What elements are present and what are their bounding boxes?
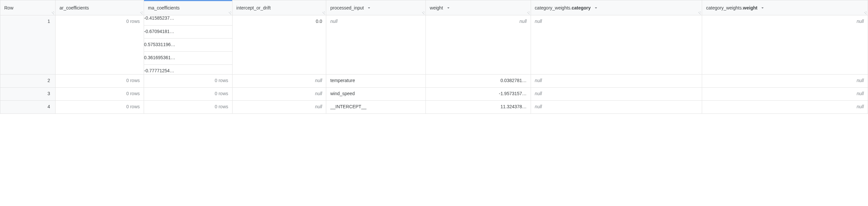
col-header-label: Row — [4, 5, 13, 10]
cell-ma[interactable]: -0.41585237… -0.67094181… 0.575331196… 0… — [144, 16, 232, 75]
cell-ar[interactable]: 0 rows — [56, 101, 144, 114]
cell-intercept[interactable]: 0.0 — [232, 16, 326, 75]
col-header-label: category_weights.category — [535, 5, 591, 10]
chevron-down-icon[interactable] — [593, 5, 598, 10]
cell-weight[interactable]: -1.9573157… — [426, 88, 531, 101]
ma-values-list: -0.41585237… -0.67094181… 0.575331196… 0… — [144, 16, 232, 75]
cell-intercept[interactable]: null — [232, 88, 326, 101]
ma-value: 0.361695361… — [144, 51, 232, 64]
col-header-label: ma_coefficients — [148, 5, 180, 10]
cell-weight[interactable]: 11.324378… — [426, 101, 531, 114]
col-header-label: category_weights.weight — [706, 5, 757, 10]
col-header-label: processed_input — [330, 5, 364, 10]
col-header-label: intercept_or_drift — [237, 5, 271, 10]
col-header-intercept-or-drift[interactable]: intercept_or_drift — [232, 0, 326, 16]
cell-cat-weight[interactable]: null — [702, 75, 868, 88]
chevron-down-icon[interactable] — [760, 5, 765, 10]
cell-cat-category[interactable]: null — [531, 88, 702, 101]
cell-row-number: 2 — [0, 75, 56, 88]
ma-value: 0.575331196… — [144, 38, 232, 51]
results-table-wrapper: Row ar_coefficients ma_coefficients inte… — [0, 0, 868, 114]
cell-processed-input[interactable]: temperature — [326, 75, 426, 88]
ma-value: -0.41585237… — [144, 16, 232, 26]
cell-ma[interactable]: 0 rows — [144, 88, 232, 101]
cell-ma[interactable]: 0 rows — [144, 75, 232, 88]
ma-value: -0.67094181… — [144, 25, 232, 38]
chevron-down-icon[interactable] — [366, 5, 372, 10]
table-row: 4 0 rows 0 rows null __INTERCEPT__ 11.32… — [0, 101, 868, 114]
cell-cat-category[interactable]: null — [531, 101, 702, 114]
col-header-weight[interactable]: weight — [426, 0, 531, 16]
header-row: Row ar_coefficients ma_coefficients inte… — [0, 0, 868, 16]
table-row: 2 0 rows 0 rows null temperature 0.03827… — [0, 75, 868, 88]
cell-cat-weight[interactable]: null — [702, 88, 868, 101]
cell-ar[interactable]: 0 rows — [56, 88, 144, 101]
cell-intercept[interactable]: null — [232, 75, 326, 88]
cell-intercept[interactable]: null — [232, 101, 326, 114]
cell-processed-input[interactable]: null — [326, 16, 426, 75]
table-row: 1 0 rows -0.41585237… -0.67094181… 0.575… — [0, 16, 868, 75]
cell-cat-category[interactable]: null — [531, 75, 702, 88]
col-header-category-weights-weight[interactable]: category_weights.weight — [702, 0, 868, 16]
cell-row-number: 4 — [0, 101, 56, 114]
cell-ar[interactable]: 0 rows — [56, 16, 144, 75]
ma-value: -0.77771254… — [144, 64, 232, 75]
cell-ar[interactable]: 0 rows — [56, 75, 144, 88]
chevron-down-icon[interactable] — [446, 5, 451, 10]
cell-processed-input[interactable]: wind_speed — [326, 88, 426, 101]
cell-weight[interactable]: 0.0382781… — [426, 75, 531, 88]
cell-cat-weight[interactable]: null — [702, 16, 868, 75]
table-body: 1 0 rows -0.41585237… -0.67094181… 0.575… — [0, 16, 868, 114]
col-header-ma-coefficients[interactable]: ma_coefficients — [144, 0, 232, 16]
cell-row-number: 1 — [0, 16, 56, 75]
results-table: Row ar_coefficients ma_coefficients inte… — [0, 0, 868, 114]
cell-row-number: 3 — [0, 88, 56, 101]
cell-cat-weight[interactable]: null — [702, 101, 868, 114]
table-row: 3 0 rows 0 rows null wind_speed -1.95731… — [0, 88, 868, 101]
col-header-row[interactable]: Row — [0, 0, 56, 16]
cell-cat-category[interactable]: null — [531, 16, 702, 75]
col-header-label: ar_coefficients — [59, 5, 89, 10]
cell-ma[interactable]: 0 rows — [144, 101, 232, 114]
col-header-processed-input[interactable]: processed_input — [326, 0, 426, 16]
col-header-ar-coefficients[interactable]: ar_coefficients — [56, 0, 144, 16]
cell-processed-input[interactable]: __INTERCEPT__ — [326, 101, 426, 114]
cell-weight[interactable]: null — [426, 16, 531, 75]
col-header-label: weight — [430, 5, 443, 10]
col-header-category-weights-category[interactable]: category_weights.category — [531, 0, 702, 16]
